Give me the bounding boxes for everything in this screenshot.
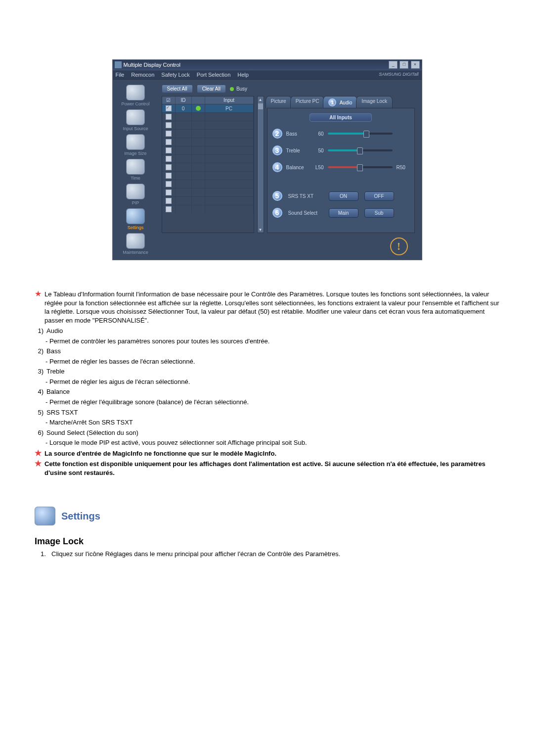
displays-grid: ☑ ID Input ✓ 0 PC: [162, 96, 254, 233]
settings-icon: [126, 208, 145, 224]
list-item: Bass: [46, 347, 499, 356]
table-row[interactable]: [162, 146, 254, 154]
busy-indicator: Busy: [230, 86, 247, 92]
menu-file[interactable]: File: [116, 72, 125, 78]
menu-remocon[interactable]: Remocon: [131, 72, 154, 78]
row-checkbox[interactable]: [166, 122, 172, 128]
pip-icon: [126, 184, 145, 199]
toolbar: Select All Clear All Busy: [159, 84, 418, 96]
treble-slider-row: 3 Treble 50: [272, 145, 409, 155]
row-checkbox[interactable]: [166, 206, 172, 212]
menu-safety-lock[interactable]: Safety Lock: [161, 72, 189, 78]
row-label: Sound Select: [288, 210, 323, 216]
table-row[interactable]: [162, 163, 254, 171]
tab-picture[interactable]: Picture: [266, 96, 292, 108]
srs-off-button[interactable]: OFF: [364, 191, 394, 201]
sound-select-row: 6 Sound Select Main Sub: [272, 208, 409, 218]
close-button[interactable]: ×: [411, 61, 420, 69]
tab-audio[interactable]: 1 Audio: [323, 96, 357, 108]
scroll-down-icon[interactable]: ▼: [258, 227, 264, 233]
sidebar-item-time[interactable]: Time: [116, 159, 155, 181]
row-checkbox[interactable]: [166, 164, 172, 170]
table-row[interactable]: [162, 112, 254, 121]
sidebar-item-settings[interactable]: Settings: [116, 208, 155, 230]
subsection-title: Image Lock: [35, 535, 499, 547]
row-checkbox[interactable]: [166, 131, 172, 137]
callout-badge: 4: [272, 162, 282, 172]
grid-scrollbar[interactable]: ▲ ▼: [257, 96, 264, 233]
slider-label: Bass: [286, 131, 306, 137]
sidebar-item-image-size[interactable]: Image Size: [116, 134, 155, 156]
scroll-up-icon[interactable]: ▲: [258, 96, 264, 102]
all-inputs-label: All Inputs: [310, 113, 372, 122]
row-label: SRS TS XT: [288, 193, 323, 199]
callout-badge: 2: [272, 129, 282, 139]
menubar: File Remocon Safety Lock Port Selection …: [113, 70, 422, 80]
table-row[interactable]: [162, 205, 254, 213]
sound-main-button[interactable]: Main: [329, 208, 358, 218]
table-row[interactable]: [162, 129, 254, 138]
info-icon[interactable]: !: [390, 237, 408, 255]
row-checkbox[interactable]: [166, 181, 172, 187]
table-row[interactable]: [162, 171, 254, 180]
sound-sub-button[interactable]: Sub: [364, 208, 394, 218]
tab-image-lock[interactable]: Image Lock: [356, 96, 393, 108]
slider-value: 60: [310, 131, 324, 137]
callout-badge: 6: [272, 208, 282, 218]
col-input: Input: [205, 96, 254, 104]
table-row[interactable]: [162, 138, 254, 146]
table-row[interactable]: [162, 154, 254, 163]
sidebar-item-power-control[interactable]: Power Control: [116, 85, 155, 106]
row-checkbox[interactable]: [166, 189, 172, 195]
slider-value: 50: [310, 148, 324, 153]
select-all-button[interactable]: Select All: [162, 85, 193, 93]
callout-badge: 5: [272, 191, 282, 201]
table-row[interactable]: [162, 121, 254, 129]
scroll-thumb[interactable]: [258, 103, 263, 109]
table-row[interactable]: [162, 196, 254, 205]
row-id: 0: [176, 104, 192, 112]
row-checkbox[interactable]: [166, 173, 172, 179]
star-icon: ★: [35, 449, 42, 458]
col-checkbox[interactable]: ☑: [162, 96, 176, 104]
row-checkbox[interactable]: ✓: [166, 105, 172, 111]
row-checkbox[interactable]: [166, 147, 172, 153]
bass-slider[interactable]: [328, 133, 393, 135]
balance-slider[interactable]: [328, 166, 393, 168]
treble-slider[interactable]: [328, 149, 393, 151]
clear-all-button[interactable]: Clear All: [197, 85, 226, 93]
row-checkbox[interactable]: [166, 114, 172, 120]
menu-port-selection[interactable]: Port Selection: [197, 72, 230, 78]
minimize-button[interactable]: _: [389, 61, 398, 69]
power-icon: [126, 85, 145, 100]
footer-bar: !: [159, 233, 418, 260]
table-row[interactable]: ✓ 0 PC: [162, 104, 254, 112]
section-header: Settings: [35, 507, 499, 525]
sidebar-item-maintenance[interactable]: Maintenance: [116, 233, 155, 255]
row-checkbox[interactable]: [166, 139, 172, 145]
warning-note: ★ La source d'entrée de MagicInfo ne fon…: [35, 449, 499, 458]
sidebar-item-pip[interactable]: PIP: [116, 184, 155, 205]
row-checkbox[interactable]: [166, 156, 172, 162]
list-item: Audio: [46, 327, 499, 335]
srs-on-button[interactable]: ON: [329, 191, 358, 201]
tab-picture-pc[interactable]: Picture PC: [290, 96, 325, 108]
table-row[interactable]: [162, 180, 254, 188]
row-input: PC: [205, 104, 254, 112]
callout-badge: 1: [328, 98, 336, 106]
list-item: SRS TSXT: [46, 408, 499, 417]
list-item: Balance: [46, 387, 499, 396]
input-source-icon: [126, 109, 145, 125]
settings-panel: Picture Picture PC 1 Audio Image Lock Al…: [267, 96, 415, 233]
col-status: [192, 96, 205, 104]
sidebar-item-input-source[interactable]: Input Source: [116, 109, 155, 131]
row-checkbox[interactable]: [166, 198, 172, 204]
window-buttons: _ □ ×: [388, 61, 419, 69]
menu-help[interactable]: Help: [237, 72, 249, 78]
table-row[interactable]: [162, 188, 254, 196]
srs-tsxt-row: 5 SRS TS XT ON OFF: [272, 191, 409, 201]
warning-note: ★ Cette fonction est disponible uniqueme…: [35, 460, 499, 477]
maximize-button[interactable]: □: [400, 61, 408, 69]
slider-value-right: R50: [397, 165, 409, 170]
app-window: Multiple Display Control _ □ × File Remo…: [112, 59, 422, 260]
